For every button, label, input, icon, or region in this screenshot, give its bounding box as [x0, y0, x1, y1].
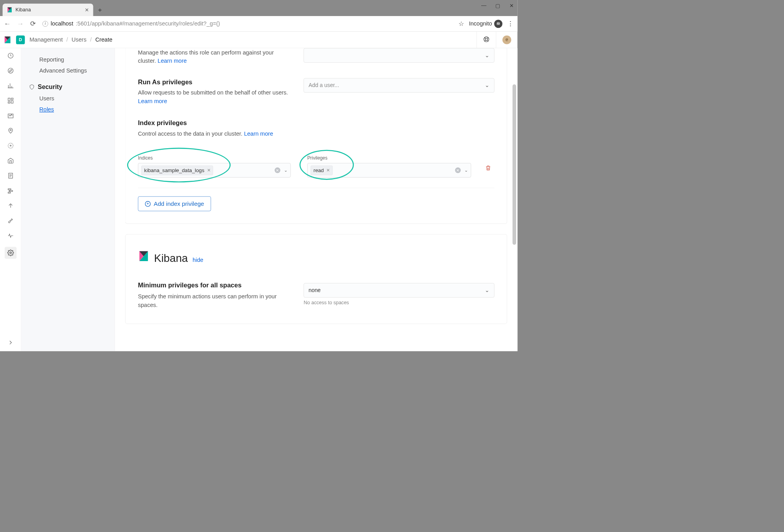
chevron-down-icon: ⌄ — [485, 52, 489, 58]
space-selector[interactable]: D — [16, 35, 25, 44]
svg-rect-20 — [8, 102, 10, 103]
indices-combobox[interactable]: kibana_sample_data_logs ✕ ✕ ⌄ — [138, 163, 291, 178]
management-icon[interactable] — [5, 247, 16, 259]
sidebar-item-advanced-settings[interactable]: Advanced Settings — [29, 65, 107, 76]
main-content: Manage the actions this role can perform… — [115, 48, 517, 351]
back-button[interactable]: ← — [4, 20, 11, 27]
min-priv-desc: Specify the minimum actions users can pe… — [138, 292, 293, 309]
remove-chip-icon[interactable]: ✕ — [207, 168, 211, 173]
clear-privileges-icon[interactable]: ✕ — [455, 167, 461, 173]
svg-line-11 — [487, 37, 488, 38]
maps-icon[interactable] — [7, 127, 15, 134]
add-index-privilege-button[interactable]: + Add index privilege — [138, 196, 211, 211]
chevron-down-icon: ⌄ — [485, 287, 489, 294]
collapse-nav-icon[interactable] — [7, 339, 15, 347]
breadcrumb-current: Create — [95, 36, 113, 43]
uptime-icon[interactable] — [7, 202, 15, 210]
scrollbar[interactable] — [511, 48, 517, 351]
svg-point-22 — [10, 129, 11, 131]
svg-point-32 — [10, 252, 11, 254]
kibana-section-title: Kibana — [154, 252, 188, 265]
forward-button[interactable]: → — [16, 20, 24, 27]
kibana-logo-icon[interactable] — [4, 36, 11, 44]
devtools-icon[interactable] — [7, 217, 15, 225]
min-priv-title: Minimum privileges for all spaces — [138, 281, 293, 289]
chevron-down-icon[interactable]: ⌄ — [284, 168, 287, 173]
index-priv-learn-more-link[interactable]: Learn more — [244, 131, 273, 137]
visualize-icon[interactable] — [7, 82, 15, 90]
svg-line-10 — [484, 37, 486, 38]
chevron-down-icon: ⌄ — [485, 82, 489, 89]
kibana-privileges-panel: Kibana hide Minimum privileges for all s… — [125, 234, 507, 324]
incognito-indicator: Incognito — [469, 20, 502, 28]
apm-icon[interactable] — [7, 187, 15, 195]
sidebar-item-reporting[interactable]: Reporting — [29, 54, 107, 65]
site-info-icon[interactable]: i — [42, 21, 48, 27]
infrastructure-icon[interactable] — [7, 157, 15, 165]
app-header: D Management / Users / Create e — [0, 32, 517, 48]
clear-indices-icon[interactable]: ✕ — [275, 167, 280, 173]
svg-rect-30 — [9, 191, 13, 192]
logs-icon[interactable] — [7, 172, 15, 180]
sidebar-item-users[interactable]: Users — [29, 93, 107, 104]
address-bar[interactable]: i localhost:5601/app/kibana#/management/… — [42, 20, 453, 27]
monitoring-icon[interactable] — [7, 232, 15, 240]
close-window-button[interactable]: ✕ — [509, 3, 515, 9]
nav-rail — [0, 48, 21, 351]
favicon-icon — [7, 7, 13, 13]
help-icon[interactable] — [483, 36, 490, 44]
minimize-button[interactable]: — — [481, 3, 487, 9]
min-priv-helper: No access to spaces — [304, 300, 494, 305]
privileges-combobox[interactable]: read ✕ ✕ ⌄ — [307, 163, 471, 178]
sidebar-item-roles[interactable]: Roles — [29, 104, 107, 115]
timelion-icon[interactable] — [7, 112, 15, 120]
browser-toolbar: ← → ⟳ i localhost:5601/app/kibana#/manag… — [0, 16, 517, 32]
run-as-desc: Allow requests to be submitted on the be… — [138, 88, 293, 105]
incognito-icon — [494, 20, 502, 28]
run-as-learn-more-link[interactable]: Learn more — [138, 98, 167, 104]
run-as-input[interactable]: Add a user... ⌄ — [304, 78, 494, 93]
svg-point-4 — [498, 24, 500, 25]
breadcrumb: Management / Users / Create — [29, 36, 112, 43]
bookmark-icon[interactable]: ☆ — [458, 20, 464, 27]
browser-tab-strip: Kibana ✕ + — ▢ ✕ — [0, 0, 517, 16]
canvas-icon[interactable] — [7, 142, 15, 150]
hide-link[interactable]: hide — [193, 257, 203, 263]
svg-marker-16 — [9, 69, 12, 72]
new-tab-button[interactable]: + — [95, 5, 105, 15]
svg-rect-29 — [8, 189, 11, 190]
management-sidebar: Reporting Advanced Settings Security Use… — [21, 48, 115, 351]
recent-icon[interactable] — [7, 52, 15, 60]
svg-point-3 — [497, 24, 498, 25]
reload-button[interactable]: ⟳ — [29, 20, 36, 27]
user-avatar[interactable]: e — [502, 35, 511, 44]
browser-tab-title: Kibana — [16, 7, 82, 13]
close-tab-icon[interactable]: ✕ — [85, 7, 89, 13]
dashboard-icon[interactable] — [7, 97, 15, 105]
cluster-priv-select[interactable]: ⌄ — [304, 48, 494, 63]
cluster-priv-desc: Manage the actions this role can perform… — [138, 48, 293, 65]
url-path: :5601/app/kibana#/management/security/ro… — [76, 20, 220, 27]
remove-chip-icon[interactable]: ✕ — [326, 168, 330, 173]
delete-index-privilege-button[interactable] — [485, 165, 491, 172]
browser-menu-icon[interactable]: ⋮ — [507, 20, 514, 27]
browser-tab-active[interactable]: Kibana ✕ — [3, 4, 93, 16]
cluster-priv-learn-more-link[interactable]: Learn more — [158, 58, 187, 64]
svg-line-13 — [487, 40, 488, 41]
privilege-chip[interactable]: read ✕ — [311, 165, 333, 175]
min-priv-select[interactable]: none ⌄ — [304, 283, 494, 298]
run-as-placeholder: Add a user... — [309, 82, 339, 89]
breadcrumb-users[interactable]: Users — [72, 36, 87, 43]
svg-point-15 — [8, 68, 13, 73]
maximize-button[interactable]: ▢ — [495, 3, 501, 9]
incognito-label: Incognito — [469, 20, 492, 27]
indices-chip[interactable]: kibana_sample_data_logs ✕ — [141, 165, 213, 175]
chevron-down-icon[interactable]: ⌄ — [464, 168, 468, 173]
svg-rect-31 — [8, 192, 10, 193]
breadcrumb-management[interactable]: Management — [29, 36, 63, 43]
index-priv-title: Index privileges — [138, 119, 495, 127]
svg-rect-18 — [11, 98, 13, 100]
discover-icon[interactable] — [7, 67, 15, 74]
kibana-logo-icon — [138, 251, 149, 262]
privileges-label: Privileges — [307, 156, 471, 161]
